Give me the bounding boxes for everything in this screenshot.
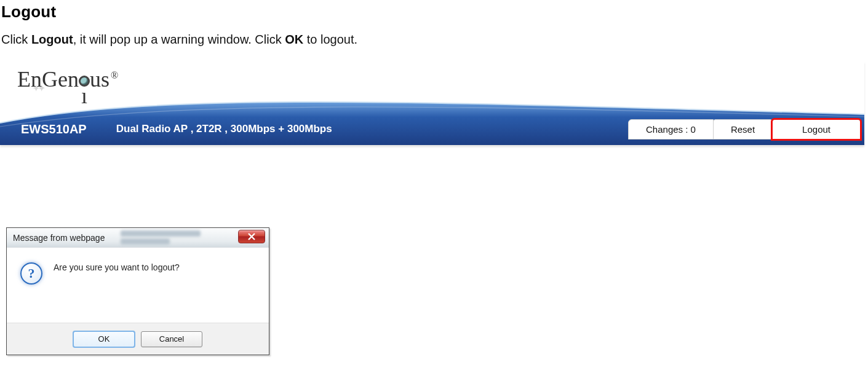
desc-text: Click [1,33,31,46]
nav-right-buttons: Changes : 0 Reset Logout [629,119,861,139]
question-icon: ? [20,262,42,285]
ok-button[interactable]: OK [73,331,135,347]
page-description: Click Logout, it will pop up a warning w… [0,22,868,47]
confirm-dialog: Message from webpage ? Are you sure you … [6,227,269,355]
page-title: Logout [0,0,868,22]
nav-content: EWS510AP Dual Radio AP , 2T2R , 300Mbps … [0,117,864,141]
desc-logout-bold: Logout [31,33,73,46]
dialog-titlebar: Message from webpage [7,228,269,248]
logout-button[interactable]: Logout [772,119,861,139]
device-sub-description: Dual Radio AP , 2T2R , 300Mbps + 300Mbps [87,123,332,135]
registered-mark: ® [111,70,118,81]
dialog-message: Are you sure you want to logout? [54,262,180,272]
device-model: EWS510AP [0,122,87,136]
reset-button[interactable]: Reset [713,119,773,139]
close-icon [247,232,256,241]
dialog-close-button[interactable] [238,230,265,243]
nav-bar: EWS510AP Dual Radio AP , 2T2R , 300Mbps … [0,97,864,145]
dialog-footer: OK Cancel [7,323,269,355]
desc-ok-bold: OK [285,33,303,46]
changes-indicator[interactable]: Changes : 0 [628,119,714,139]
dialog-title-text: Message from webpage [13,233,105,243]
cancel-button[interactable]: Cancel [141,331,202,347]
desc-text: , it will pop up a warning window. Click [73,33,285,46]
blurred-background-text [121,229,213,246]
desc-text: to logout. [303,33,357,46]
dialog-body: ? Are you sure you want to logout? [7,248,269,323]
brand-text: EnGen [17,67,79,92]
router-admin-header: ✦ ✦ EnGenıus® EWS510AP Dual Radio AP , 2… [0,61,864,145]
brand-text: us [90,67,109,92]
